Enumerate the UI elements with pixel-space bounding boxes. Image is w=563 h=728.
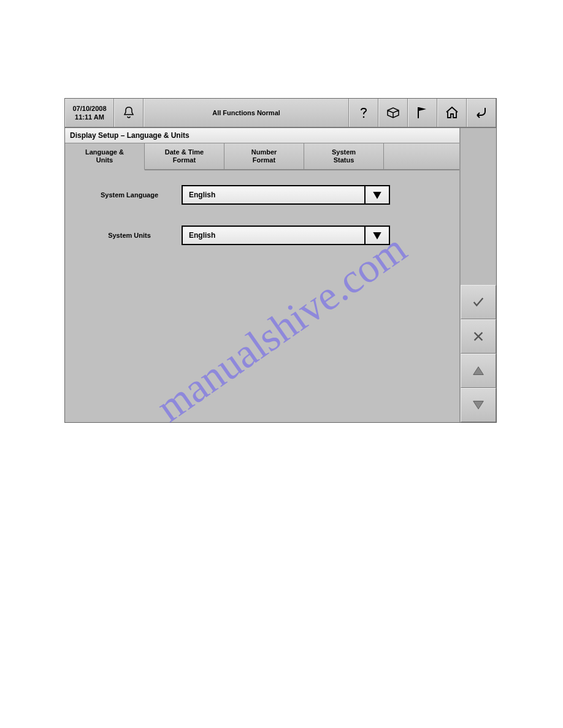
dropdown-value: English: [183, 186, 364, 203]
tab-label-line: Status: [334, 156, 354, 164]
help-button[interactable]: [349, 99, 378, 127]
topbar: 07/10/2008 11:11 AM All Functions Normal: [65, 99, 496, 128]
tab-label-line: Number: [251, 148, 277, 156]
scroll-down-button[interactable]: [461, 388, 496, 422]
flag-button[interactable]: [408, 99, 437, 127]
tab-gap: [384, 143, 459, 170]
scroll-up-button[interactable]: [461, 354, 496, 388]
flag-icon: [415, 105, 430, 120]
dropdown-arrow: [364, 186, 389, 203]
dropdown-system-units[interactable]: English: [182, 226, 390, 245]
back-button[interactable]: [467, 99, 496, 127]
tab-label-line: Format: [253, 156, 275, 164]
return-icon: [474, 105, 489, 120]
x-icon: [472, 330, 485, 343]
box-icon: [386, 105, 400, 120]
question-icon: [356, 105, 371, 120]
home-button[interactable]: [437, 99, 467, 127]
tab-label-line: Date & Time: [165, 148, 204, 156]
row-system-language: System Language English: [77, 185, 447, 205]
tab-label-line: Units: [96, 156, 113, 164]
form-area: System Language English System Units Eng…: [65, 170, 459, 422]
check-icon: [472, 295, 485, 309]
triangle-up-icon: [472, 364, 485, 377]
row-system-units: System Units English: [77, 226, 447, 245]
tab-label-line: System: [332, 148, 356, 156]
main-panel: Display Setup – Language & Units Languag…: [65, 128, 461, 422]
datetime-cell: 07/10/2008 11:11 AM: [65, 99, 114, 127]
breadcrumb: Display Setup – Language & Units: [65, 128, 459, 143]
status-text: All Functions Normal: [144, 99, 349, 127]
triangle-down-icon: [472, 398, 485, 412]
bell-icon: [121, 105, 136, 120]
chevron-down-icon: [371, 189, 383, 201]
sidebar-spacer: [461, 128, 496, 285]
body: Display Setup – Language & Units Languag…: [65, 128, 496, 422]
tab-datetime-format[interactable]: Date & Time Format: [145, 143, 224, 170]
label-system-language: System Language: [77, 191, 182, 199]
dropdown-system-language[interactable]: English: [182, 185, 390, 205]
chevron-down-icon: [371, 229, 383, 241]
alarm-button[interactable]: [114, 99, 144, 127]
tab-system-status[interactable]: System Status: [304, 143, 384, 170]
tab-bar: Language & Units Date & Time Format Numb…: [65, 143, 459, 170]
console-window: 07/10/2008 11:11 AM All Functions Normal…: [64, 98, 497, 423]
tab-number-format[interactable]: Number Format: [224, 143, 304, 170]
tab-label-line: Language &: [85, 148, 124, 156]
cancel-button[interactable]: [461, 319, 496, 354]
ok-button[interactable]: [461, 285, 496, 319]
home-icon: [445, 105, 459, 120]
print-button[interactable]: [378, 99, 408, 127]
svg-point-0: [363, 116, 365, 118]
dropdown-arrow: [364, 227, 389, 244]
tab-language-units[interactable]: Language & Units: [65, 143, 145, 170]
label-system-units: System Units: [77, 232, 182, 239]
tab-label-line: Format: [173, 156, 196, 164]
date-text: 07/10/2008: [72, 104, 106, 113]
dropdown-value: English: [183, 227, 364, 244]
right-sidebar: [461, 128, 496, 422]
time-text: 11:11 AM: [75, 113, 104, 121]
